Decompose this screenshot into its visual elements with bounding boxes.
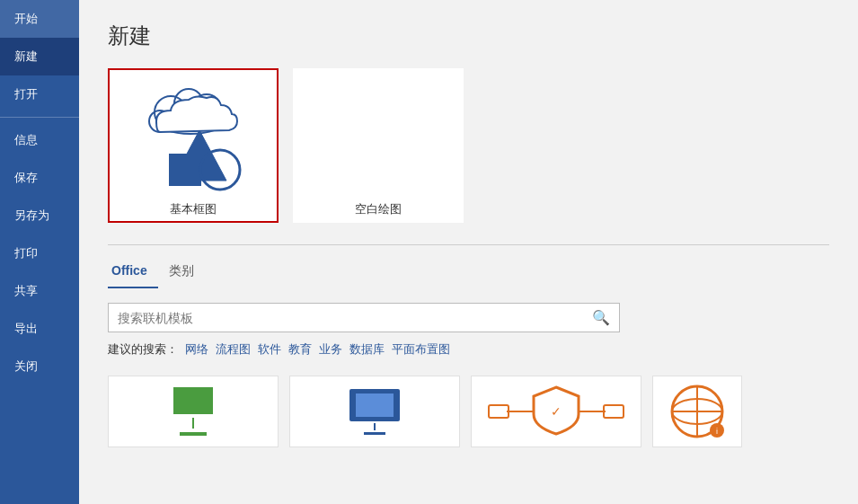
sidebar-item-saveas[interactable]: 另存为 [0,197,79,234]
suggestion-flowchart[interactable]: 流程图 [216,341,251,358]
svg-rect-8 [169,154,201,186]
monitor-body [349,389,400,421]
templates-row: 基本框图 空白绘图 [108,68,829,223]
green-rect [173,387,213,414]
basic-diagram-icon [117,75,270,191]
suggestion-education[interactable]: 教育 [288,341,312,358]
svg-text:✓: ✓ [551,404,562,419]
sidebar-item-start[interactable]: 开始 [0,0,79,38]
search-icon: 🔍 [592,310,610,325]
section-divider [108,244,829,245]
template-card-basic[interactable]: 基本框图 [108,68,279,223]
monitor-stand-base [364,432,385,435]
sidebar-item-new[interactable]: 新建 [0,38,79,75]
sidebar-item-close[interactable]: 关闭 [0,348,79,385]
suggestion-software[interactable]: 软件 [258,341,281,358]
suggestion-database[interactable]: 数据库 [349,341,385,358]
sidebar-item-info[interactable]: 信息 [0,121,79,159]
svg-rect-13 [489,405,509,418]
tab-office[interactable]: Office [108,260,158,288]
thumbs-row: ✓ i [108,376,829,447]
monitor-screen [356,393,394,417]
template-label-blank: 空白绘图 [355,196,402,221]
sidebar-item-save[interactable]: 保存 [0,159,79,197]
suggestions: 建议的搜索： 网络 流程图 软件 教育 业务 数据库 平面布置图 [108,341,829,358]
sidebar-item-share[interactable]: 共享 [0,272,79,310]
svg-text:i: i [716,427,718,436]
thumb-card-1[interactable] [108,376,279,447]
green-network-icon [173,387,213,436]
suggestion-business[interactable]: 业务 [319,341,342,358]
template-card-blank[interactable]: 空白绘图 [293,68,464,223]
main-content: 新建 [79,0,858,504]
page-title: 新建 [108,22,829,50]
thumb-card-4[interactable]: i [652,376,742,447]
sidebar: 开始 新建 打开 信息 保存 另存为 打印 共享 导出 关闭 [0,0,79,504]
sidebar-item-print[interactable]: 打印 [0,234,79,272]
sidebar-divider-1 [0,117,79,118]
search-input[interactable] [109,305,583,331]
green-base [180,432,207,436]
template-preview-blank [295,70,462,196]
monitor-stand [374,423,376,430]
template-label-basic: 基本框图 [170,196,217,221]
sidebar-item-open[interactable]: 打开 [0,75,79,113]
orange-network-icon: ✓ [480,380,632,443]
suggestion-floorplan[interactable]: 平面布置图 [392,341,450,358]
svg-rect-14 [604,405,624,418]
tab-category[interactable]: 类别 [165,260,205,288]
search-container: 🔍 [108,303,620,332]
thumb-card-2[interactable] [289,376,460,447]
tabs: Office 类别 [108,260,829,288]
search-button[interactable]: 🔍 [583,304,619,332]
green-line [192,418,194,429]
blue-monitor-icon [349,389,400,435]
orange-globe-icon: i [661,380,733,443]
sidebar-item-export[interactable]: 导出 [0,310,79,348]
template-preview-basic [110,70,277,196]
suggestions-label: 建议的搜索： [108,341,178,358]
thumb-card-3[interactable]: ✓ [471,376,641,447]
suggestion-network[interactable]: 网络 [185,341,208,358]
